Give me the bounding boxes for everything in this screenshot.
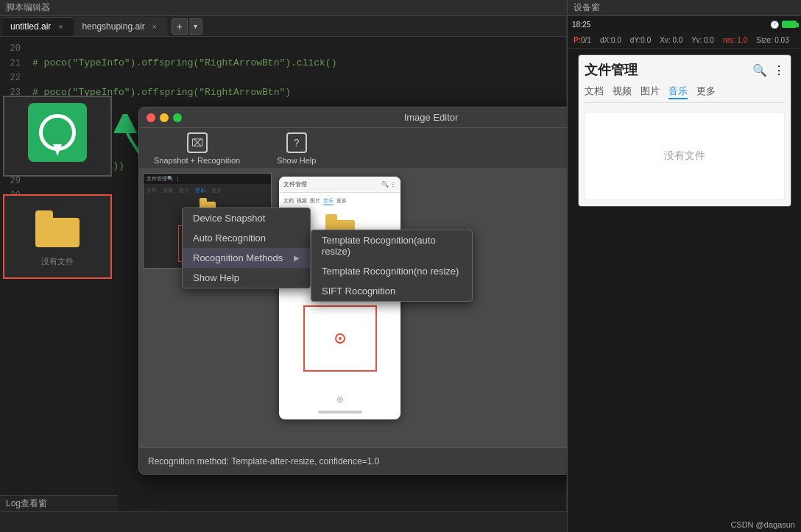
dx-value: dX:0.0 [600,36,621,44]
tab-add-button[interactable]: + [172,18,188,35]
tab-music[interactable]: 音乐 [668,85,688,99]
bottom-panel [0,511,567,532]
res-value: res: 1.0 [723,36,747,44]
menu-show-help[interactable]: Show Help [183,268,310,288]
submenu-template-autoresize[interactable]: Template Rocognition(auto resize) [311,230,472,261]
csdn-watermark: CSDN @dagasun [730,520,795,529]
tab-dropdown-button[interactable]: ▾ [189,18,202,35]
editor-tabs: untitled.air × hengshuping.air × + ▾ [0,16,566,37]
ribbon-tail [53,144,62,156]
folder-icon-wrap [28,203,87,247]
dpp-title: 文件管理 [585,61,638,79]
xv-value: Xv: 0.0 [660,36,682,44]
ribbon-inner [39,114,76,151]
thumbnail-folder-img [4,196,110,255]
traffic-lights [147,113,182,122]
tab-images[interactable]: 图片 [641,85,660,99]
thumbnail-folder[interactable]: 没有文件 [3,194,112,279]
size-value: Size: 0.03 [756,36,788,44]
tab-label-untitled: untitled.air [10,21,51,32]
thumbnail-ribbon[interactable] [3,96,112,177]
tab-untitled[interactable]: untitled.air × [3,17,73,36]
toolbar-snapshot-btn[interactable]: ⌧ Snapshot + Recognition [154,132,240,165]
phone-folder-tab [325,214,337,221]
dpp-title-row: 文件管理 🔍 ⋮ [585,61,785,79]
ribbon-icon [28,103,87,162]
tab-close-hengshuping[interactable]: × [149,22,160,31]
phone-tabs: 文档 视频 图片 音乐 更多 [283,197,396,205]
clock-icon: 🕐 [770,21,779,29]
code-line-21: # poco("TypeInfo").offspring("RightArrow… [32,56,560,71]
menu-auto-recognition[interactable]: Auto Recognition [183,228,310,248]
help-icon: ? [286,132,307,153]
context-menu: Device Snapshot Auto Recognition Rocogni… [182,208,311,288]
time-display: 18:25 [572,21,590,29]
maximize-button[interactable] [173,113,182,122]
mini-ss-titlebar: 文件管理 🔍 ⋮ [144,174,271,184]
snapshot-label: Snapshot + Recognition [154,156,240,165]
tab-label-hengshuping: hengshuping.air [82,21,144,32]
folder-tab [35,210,53,219]
log-panel: Log查看窗 [0,495,118,511]
status-icons: 🕐 [770,21,797,29]
thumbnail-folder-label: 没有文件 [4,255,110,270]
tab-hengshuping[interactable]: hengshuping.air × [74,17,166,36]
thumbnail-ribbon-img [4,97,110,168]
device-panel: 设备窗 18:25 🕐 P:0/1 dX:0.0 dY:0.0 Xv: 0.0 … [567,0,801,532]
menu-device-snapshot[interactable]: Device Snapshot [183,208,310,228]
code-line-20 [32,41,560,56]
toolbar-help-btn[interactable]: ? Show Help [277,132,316,165]
dpp-no-file: 没有文件 [664,149,705,163]
minimize-button[interactable] [160,113,169,122]
snapshot-icon: ⌧ [187,132,208,153]
log-panel-label: Log查看窗 [6,497,47,510]
tab-close-untitled[interactable]: × [55,22,66,31]
folder-shape [35,218,80,247]
search-icon[interactable]: 🔍 [752,63,767,77]
device-status-bar: 18:25 🕐 [568,16,801,32]
device-titlebar: 设备窗 [568,0,801,16]
recognition-status: Recognition method: Template-after-resiz… [148,456,379,467]
editor-titlebar: 脚本编辑器 [0,0,566,16]
menu-recognition-methods[interactable]: Rocognition Methods ▶ [183,248,310,268]
submenu-arrow: ▶ [294,254,300,262]
tab-add-group: + ▾ [172,18,202,35]
dpp-tabs: 文档 视频 图片 音乐 更多 [585,85,785,103]
thumbnail-area: 没有文件 [3,96,117,282]
tab-videos[interactable]: 视频 [613,85,632,99]
phone-status-bar: 文件管理 🔍 ⋮ [279,177,400,193]
phone-crosshair: ⊕ [336,394,344,405]
code-line-22 [32,71,560,85]
dy-value: dY:0.0 [630,36,651,44]
close-button[interactable] [147,113,155,122]
p-value: P:0/1 [574,36,591,44]
battery-icon [782,21,797,28]
dpp-file-area: 没有文件 [585,112,785,200]
submenu: Template Rocognition(auto resize) Templa… [311,230,473,302]
help-label: Show Help [277,156,316,165]
more-icon[interactable]: ⋮ [773,63,785,77]
dpp-content: 文件管理 🔍 ⋮ 文档 视频 图片 音乐 更多 没有文件 [579,55,791,206]
device-title: 设备窗 [574,1,600,14]
crosshair-bar: P:0/1 dX:0.0 dY:0.0 Xv: 0.0 Yv: 0.0 res:… [568,32,801,49]
tab-more[interactable]: 更多 [696,85,716,99]
device-phone-preview: 文件管理 🔍 ⋮ 文档 视频 图片 音乐 更多 没有文件 [578,54,791,207]
phone-bottom-bar [318,411,362,414]
dialog-title: Image Editor [404,112,459,123]
phone-red-box [303,305,377,372]
dpp-title-icons: 🔍 ⋮ [752,63,785,77]
editor-title: 脚本编辑器 [6,1,50,14]
phone-target-icon [335,333,345,344]
tab-documents[interactable]: 文档 [585,85,604,99]
submenu-template-noresize[interactable]: Template Rocognition(no resize) [311,261,472,281]
yv-value: Yv: 0.0 [691,36,714,44]
submenu-sift[interactable]: SIFT Rocognition [311,281,472,301]
